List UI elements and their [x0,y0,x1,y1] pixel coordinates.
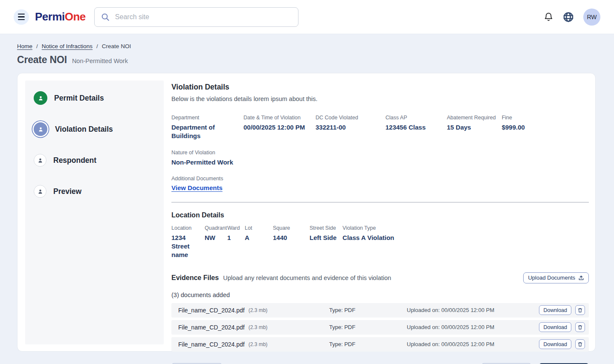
evidence-files-description: Upload any relevant documents and eviden… [223,274,391,281]
field-value: NW [205,234,221,242]
field-value: Non-Permitted Work [171,158,589,167]
view-documents-link[interactable]: View Documents [171,184,223,191]
section-divider [171,202,589,202]
detail-field: Ward 1 [227,225,245,260]
detail-field: Location 1234 Street name [171,225,205,260]
breadcrumb-separator: / [36,43,38,49]
field-value: 332211-00 [316,123,379,132]
detail-field: Violation Type Class A Violation [342,225,400,260]
download-button[interactable]: Download [539,322,571,332]
field-label: Class AP [385,115,441,121]
search-icon [101,12,110,22]
breadcrumb-parent-link[interactable]: Notice of Infractions [42,43,93,49]
field-value: 1 [227,234,239,242]
trash-icon [577,341,583,347]
field-value: 1440 [273,234,304,242]
detail-field: Fine $999.00 [502,115,531,141]
step-label: Permit Details [54,94,104,103]
person-icon [38,126,44,133]
field-value: Left Side [310,234,336,242]
stepper-step[interactable]: Respondent [34,152,164,169]
upload-icon [578,275,584,281]
evidence-file-row: File_name_CD_2024.pdf (2.3 mb) Type: PDF… [171,303,589,318]
create-noi-card: Permit Details Violation Details [17,73,596,352]
detail-field: Department Department of Buildings [171,115,243,141]
breadcrumb-home-link[interactable]: Home [17,43,32,49]
language-button[interactable] [563,12,574,23]
delete-file-button[interactable] [575,322,585,332]
location-fields-row: Location 1234 Street name Quadrant NW Wa… [171,225,589,260]
file-uploaded-date: Uploaded on: 00/00/2025 12:00 PM [407,324,494,330]
section-title: Violation Details [171,83,589,92]
field-label: Abatement Required [447,115,496,121]
file-name: File_name_CD_2024.pdf [178,307,245,314]
download-button[interactable]: Download [539,339,571,349]
field-value: $999.00 [502,123,525,132]
field-label: Square [273,225,304,231]
bell-icon [544,12,553,22]
step-status-icon [34,154,46,167]
field-value: 15 Days [447,123,496,132]
section-description: Below is the violations details lorem ip… [171,95,589,102]
page-subtitle: Non-Permitted Work [72,58,128,64]
evidence-file-row: File_name_CD_2024.pdf (2.3 mb) Type: PDF… [171,320,589,335]
breadcrumb-separator: / [96,43,98,49]
globe-icon [563,12,574,23]
download-button[interactable]: Download [539,305,571,315]
file-type: Type: PDF [329,307,355,313]
stepper-step[interactable]: Violation Details [34,121,164,138]
step-label: Preview [53,187,81,196]
file-uploaded-date: Uploaded on: 00/00/2025 12:00 PM [407,307,494,313]
file-size: (2.3 mb) [249,324,268,330]
page-title: Create NOI [17,54,67,66]
field-label: Department [171,115,237,121]
file-uploaded-date: Uploaded on: 00/00/2025 12:00 PM [407,341,494,347]
site-search[interactable] [94,7,298,27]
breadcrumb: Home / Notice of Infractions / Create NO… [17,43,596,49]
field-value: 1234 Street name [171,234,199,260]
wizard-stepper: Permit Details Violation Details [25,81,164,344]
logo-part-1: Permi [35,10,65,23]
field-value: 123456 Class [385,123,441,132]
field-label: Violation Type [342,225,394,231]
evidence-files-title: Evidence Files [171,274,219,282]
evidence-file-list: File_name_CD_2024.pdf (2.3 mb) Type: PDF… [171,303,589,352]
step-label: Violation Details [55,125,113,134]
file-type: Type: PDF [329,341,355,347]
delete-file-button[interactable] [575,339,585,349]
person-icon [37,157,43,164]
field-label: Nature of Violation [171,150,589,156]
field-value: Class A Violation [342,234,394,242]
avatar-initials: RW [587,14,597,20]
field-label: Fine [502,115,525,121]
trash-icon [577,324,583,330]
field-label: DC Code Violated [316,115,379,121]
upload-documents-button[interactable]: Upload Documents [523,272,589,283]
top-header: PermiOne RW [0,0,614,34]
field-label: Street Side [310,225,336,231]
evidence-files-header: Evidence Files Upload any relevant docum… [171,272,589,283]
trash-icon [577,307,583,313]
step-label: Respondent [53,156,96,165]
detail-field: Lot A [245,225,273,260]
upload-documents-label: Upload Documents [528,274,575,281]
person-icon [38,95,44,101]
step-status-icon [34,91,47,105]
hamburger-menu-icon[interactable] [14,9,29,25]
file-size: (2.3 mb) [249,341,268,347]
field-value: 00/00/2025 12:00 PM [243,123,310,132]
file-size: (2.3 mb) [249,307,268,313]
stepper-step[interactable]: Permit Details [34,90,164,107]
delete-file-button[interactable] [575,305,585,315]
file-name: File_name_CD_2024.pdf [178,341,245,348]
evidence-file-row: File_name_CD_2024.pdf (2.3 mb) Type: PDF… [171,337,589,352]
detail-field: Quadrant NW [205,225,227,260]
notifications-button[interactable] [544,12,553,22]
nature-of-violation-field: Nature of Violation Non-Permitted Work [171,150,589,167]
step-status-icon [34,185,46,198]
stepper-step[interactable]: Preview [34,183,164,200]
user-avatar[interactable]: RW [583,9,600,26]
field-label: Location [171,225,199,231]
search-input[interactable] [115,13,292,21]
app-logo[interactable]: PermiOne [35,10,86,23]
